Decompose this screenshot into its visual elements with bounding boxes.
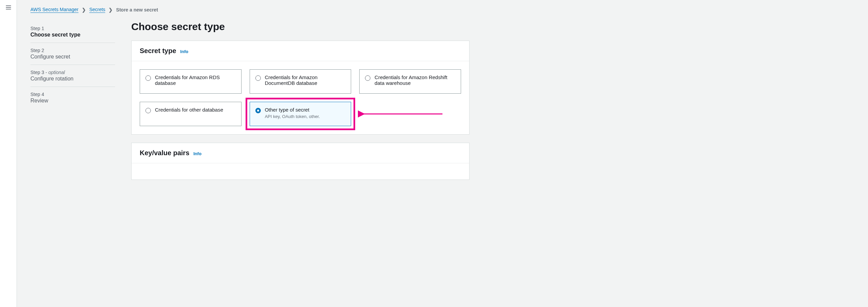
breadcrumb-root[interactable]: AWS Secrets Manager	[30, 7, 78, 13]
hamburger-icon[interactable]	[5, 4, 12, 307]
radio-icon	[145, 108, 151, 113]
step-optional: - optional	[44, 70, 65, 75]
step-title: Configure secret	[30, 54, 115, 60]
radio-icon	[255, 75, 261, 81]
key-value-panel: Key/value pairs Info	[131, 143, 470, 180]
tile-label: Credentials for Amazon Redshift data war…	[374, 74, 447, 86]
key-value-heading: Key/value pairs	[140, 149, 189, 157]
tile-rds[interactable]: Credentials for Amazon RDS database	[140, 69, 242, 94]
breadcrumb-secrets[interactable]: Secrets	[89, 7, 105, 13]
step-title: Choose secret type	[30, 32, 115, 38]
chevron-right-icon: ❯	[109, 7, 113, 13]
step-num: Step 1	[30, 26, 44, 31]
tile-desc: API key, OAuth token, other.	[265, 114, 320, 119]
info-link[interactable]: Info	[193, 151, 202, 156]
wizard-nav: Step 1 Choose secret type Step 2 Configu…	[30, 21, 115, 109]
radio-icon	[255, 108, 261, 113]
tile-other-database[interactable]: Credentials for other database	[140, 102, 242, 126]
radio-icon	[145, 75, 151, 81]
tile-label: Credentials for Amazon DocumentDB databa…	[265, 74, 318, 86]
wizard-step-2[interactable]: Step 2 Configure secret	[30, 43, 115, 65]
step-title: Review	[30, 98, 115, 104]
breadcrumb: AWS Secrets Manager ❯ Secrets ❯ Store a …	[30, 7, 854, 13]
step-num: Step 4	[30, 92, 44, 97]
wizard-step-3[interactable]: Step 3 - optional Configure rotation	[30, 65, 115, 87]
tile-other-secret[interactable]: Other type of secret API key, OAuth toke…	[250, 102, 351, 126]
page-title: Choose secret type	[131, 21, 470, 32]
secret-type-panel: Secret type Info Credentials for Amazon …	[131, 41, 470, 135]
tile-redshift[interactable]: Credentials for Amazon Redshift data war…	[359, 69, 461, 94]
secret-type-heading: Secret type	[140, 47, 176, 55]
radio-icon	[365, 75, 370, 81]
tile-label: Other type of secret	[265, 107, 310, 113]
breadcrumb-current: Store a new secret	[116, 7, 158, 13]
tile-label: Credentials for Amazon RDS database	[155, 74, 220, 86]
wizard-step-4[interactable]: Step 4 Review	[30, 87, 115, 109]
step-title: Configure rotation	[30, 76, 115, 82]
tile-label: Credentials for other database	[155, 107, 223, 113]
step-num: Step 3	[30, 70, 44, 75]
chevron-right-icon: ❯	[82, 7, 86, 13]
step-num: Step 2	[30, 48, 44, 53]
info-link[interactable]: Info	[180, 49, 188, 54]
wizard-step-1[interactable]: Step 1 Choose secret type	[30, 21, 115, 43]
tile-documentdb[interactable]: Credentials for Amazon DocumentDB databa…	[250, 69, 351, 94]
